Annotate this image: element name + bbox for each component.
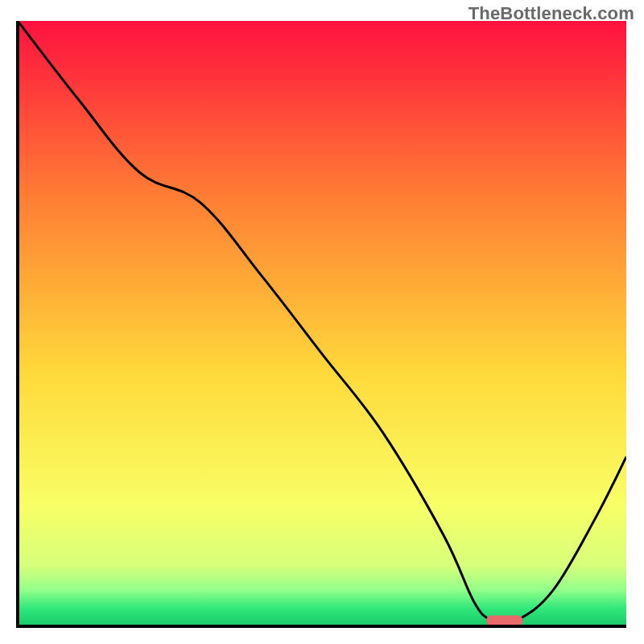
optimal-marker	[486, 615, 522, 625]
chart-svg	[0, 0, 644, 644]
plot-background	[18, 21, 626, 626]
watermark-text: TheBottleneck.com	[469, 3, 634, 24]
chart-container: TheBottleneck.com	[0, 0, 644, 644]
